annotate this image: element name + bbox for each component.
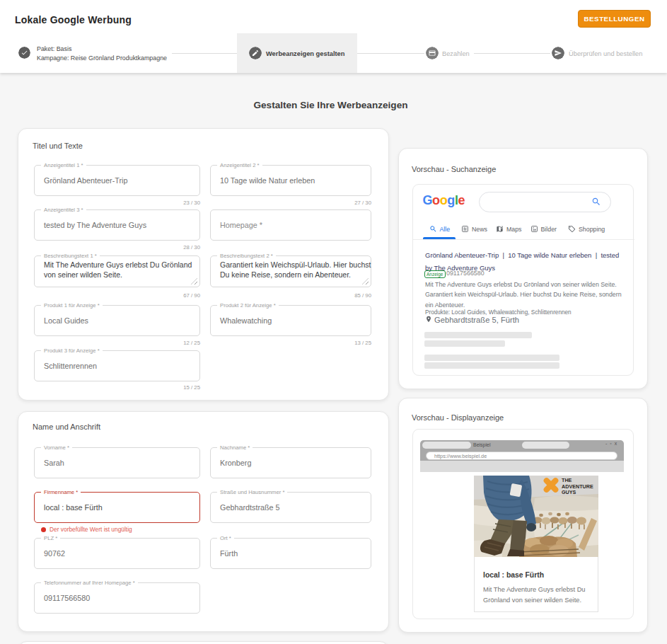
svg-text:GUYS: GUYS — [562, 489, 576, 495]
